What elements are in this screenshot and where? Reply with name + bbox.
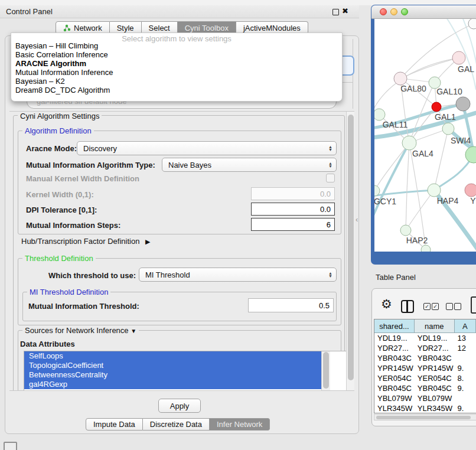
node-hap2[interactable] — [400, 225, 411, 236]
network-edge — [406, 190, 434, 230]
bottom-tabs: Impute Data Discretize Data Infer Networ… — [86, 418, 270, 431]
network-window-titlebar[interactable] — [371, 5, 476, 19]
node-table[interactable]: shared...nameA YDL19...YDL19...13YDR27..… — [374, 319, 476, 413]
table-body: YDL19...YDL19...13YDR27...YDR27...12YBR0… — [374, 333, 476, 413]
tab-infer-network[interactable]: Infer Network — [210, 418, 270, 431]
table-panel-title: Table Panel — [376, 273, 416, 282]
table-row[interactable]: YDL19...YDL19...13 — [374, 333, 476, 343]
table-row[interactable]: YLR345WYLR345W9. — [374, 403, 476, 413]
node-big-green[interactable] — [465, 146, 476, 163]
table-cell: YDL19... — [415, 333, 455, 343]
data-attribute-item[interactable]: gal4RGexp — [24, 380, 322, 389]
node-gray[interactable] — [456, 97, 470, 111]
table-cell: 9. — [455, 403, 476, 413]
split-columns-icon[interactable] — [401, 300, 414, 313]
table-hscrollbar[interactable] — [374, 414, 476, 420]
algorithm-option[interactable]: Basic Correlation Inference — [11, 50, 342, 59]
minimize-window-icon[interactable] — [390, 8, 397, 15]
apply-button[interactable]: Apply — [158, 399, 201, 413]
algorithm-option[interactable]: Mutual Information Inference — [11, 68, 342, 77]
hub-definition-toggle[interactable]: Hub/Transcription Factor Definition ▶ — [21, 237, 150, 246]
combo-arrows-icon: ▲▼ — [328, 272, 332, 278]
table-header-row: shared...nameA — [374, 319, 476, 333]
node-gal10-label: GAL10 — [436, 87, 462, 96]
data-attribute-item[interactable]: BetweennessCentrality — [24, 370, 322, 380]
splitter-collapse-icon[interactable]: ‹ — [356, 215, 358, 224]
chevron-down-icon: ▼ — [131, 328, 136, 334]
tab-discretize-data[interactable]: Discretize Data — [143, 418, 210, 431]
table-cell: YLR345W — [374, 403, 415, 413]
checked-checkbox-icon[interactable]: ✓ — [432, 303, 439, 310]
table-cell: 12 — [455, 343, 476, 353]
mi-threshold-label: Mutual Information Threshold: — [28, 302, 139, 311]
settings-scroll-viewport: Cyni Algorithm Settings Algorithm Defini… — [9, 111, 354, 391]
mi-steps-field[interactable]: 6 — [251, 218, 335, 231]
algorithm-option[interactable]: Bayesian – K2 — [11, 77, 342, 86]
node-gal11[interactable] — [374, 109, 385, 120]
tab-impute-data[interactable]: Impute Data — [86, 418, 143, 431]
table-row[interactable]: YDR27...YDR27...12 — [374, 343, 476, 353]
checked-checkbox-icon[interactable]: ✓ — [423, 303, 431, 310]
dpi-tolerance-label: DPI Tolerance [0,1]: — [26, 206, 97, 214]
table-mode-icon[interactable] — [471, 296, 476, 314]
data-attribute-item[interactable]: TopologicalCoefficient — [24, 361, 322, 370]
node-gcy1-label: GCY1 — [374, 197, 396, 206]
node-bottom[interactable] — [421, 245, 431, 252]
network-edge — [406, 143, 409, 230]
table-cell: 13 — [455, 333, 476, 343]
mi-type-combo[interactable]: Naive Bayes ▲▼ — [162, 158, 337, 172]
node-gal4-label: GAL4 — [412, 149, 433, 158]
node-hap2-label: HAP2 — [406, 236, 428, 245]
kernel-width-label: Kernel Width (0,1): — [26, 190, 94, 199]
dpi-tolerance-field[interactable]: 0.0 — [251, 203, 335, 216]
node-hap4[interactable] — [428, 184, 441, 197]
network-edge — [374, 143, 409, 191]
settings-scrollbar[interactable] — [346, 112, 354, 390]
algorithm-list: Bayesian – Hill ClimbingBasic Correlatio… — [11, 41, 342, 94]
node-swi4[interactable] — [442, 123, 454, 135]
table-cell: YDR27... — [374, 343, 415, 353]
table-row[interactable]: YBR045CYBR045C9. — [374, 383, 476, 393]
algorithm-definition-title: Algorithm Definition — [22, 126, 94, 135]
column-header[interactable]: A — [455, 319, 476, 332]
table-row[interactable]: YER054CYER054C8. — [374, 373, 476, 383]
attributes-scrollbar[interactable] — [321, 351, 330, 390]
network-edge — [400, 58, 459, 79]
network-canvas[interactable]: GALGAL80GAL10GAL1SWI4GAL11GAL4GCY1HAP4YH… — [374, 19, 476, 252]
table-row[interactable]: YBL079WYBL079W — [374, 393, 476, 403]
float-panel-icon[interactable] — [332, 9, 339, 15]
mi-type-label: Mutual Information Algorithm Type: — [26, 161, 155, 169]
node-pink-top[interactable] — [452, 51, 465, 64]
algorithm-option[interactable]: Bayesian – Hill Climbing — [11, 41, 342, 50]
table-cell: YPR145W — [374, 363, 415, 373]
data-attribute-item[interactable]: SelfLoops — [24, 351, 322, 361]
data-attributes-label: Data Attributes — [20, 340, 75, 348]
node-pink-right[interactable] — [465, 184, 476, 197]
network-edge — [434, 129, 448, 190]
table-cell: YLR345W — [415, 403, 455, 413]
algorithm-option[interactable]: Dream8 DC_TDC Algorithm — [11, 86, 342, 94]
column-header[interactable]: shared... — [374, 319, 415, 332]
sources-group-title[interactable]: Sources for Network Inference ▼ — [22, 326, 139, 335]
node-swi4-label: SWI4 — [451, 136, 471, 145]
docked-panel-icon[interactable] — [4, 442, 17, 450]
node-gal1[interactable] — [432, 102, 441, 112]
zoom-window-icon[interactable] — [401, 8, 408, 15]
table-cell: YBR043C — [415, 353, 455, 363]
table-row[interactable]: YPR145WYPR145W9. — [374, 363, 476, 373]
which-threshold-combo[interactable]: MI Threshold ▲▼ — [139, 268, 337, 282]
node-corner[interactable] — [468, 19, 476, 29]
node-gal4[interactable] — [402, 136, 416, 150]
close-panel-icon[interactable]: ✖ — [342, 6, 348, 15]
column-header[interactable]: name — [415, 319, 455, 332]
gear-icon[interactable]: ⚙ — [381, 297, 392, 311]
unchecked-checkbox-icon[interactable] — [446, 303, 453, 310]
mi-threshold-field[interactable]: 0.5 — [248, 298, 334, 312]
close-window-icon[interactable] — [380, 8, 387, 15]
node-gal80[interactable] — [394, 72, 407, 85]
aracne-mode-combo[interactable]: Discovery ▲▼ — [77, 141, 337, 155]
unchecked-checkbox-icon[interactable] — [454, 303, 461, 310]
algorithm-option[interactable]: ARACNE Algorithm — [11, 59, 342, 68]
table-row[interactable]: YBR043CYBR043C — [374, 353, 476, 363]
control-panel-titlebar: Control Panel — [0, 5, 359, 18]
